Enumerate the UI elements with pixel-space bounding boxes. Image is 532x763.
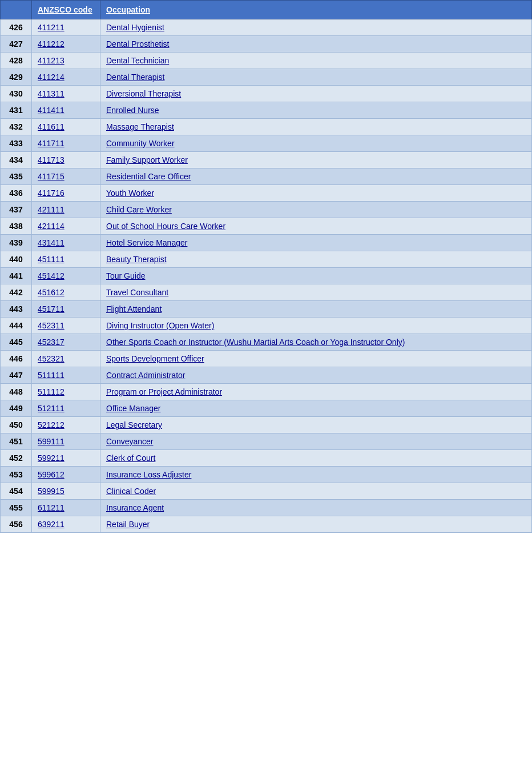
- occupation-name[interactable]: Youth Worker: [100, 185, 532, 202]
- anzsco-code[interactable]: 599211: [32, 450, 100, 467]
- occupation-name[interactable]: Diving Instructor (Open Water): [100, 318, 532, 334]
- occupation-link[interactable]: Contract Administrator: [106, 371, 186, 380]
- occupation-link[interactable]: Office Manager: [106, 404, 160, 413]
- anzsco-code-link[interactable]: 411716: [38, 188, 65, 198]
- anzsco-code[interactable]: 421114: [32, 218, 100, 235]
- anzsco-code-link[interactable]: 451711: [38, 304, 65, 314]
- occupation-name[interactable]: Clinical Coder: [100, 483, 532, 500]
- occupation-link[interactable]: Clinical Coder: [106, 487, 156, 496]
- anzsco-code-link[interactable]: 452311: [38, 321, 65, 330]
- occupation-link[interactable]: Diving Instructor (Open Water): [106, 321, 214, 330]
- anzsco-code-link[interactable]: 451111: [38, 255, 65, 264]
- occupation-name[interactable]: Program or Project Administrator: [100, 384, 532, 400]
- occupation-link[interactable]: Legal Secretary: [106, 420, 162, 429]
- occupation-link[interactable]: Clerk of Court: [106, 453, 155, 463]
- occupation-link[interactable]: Youth Worker: [106, 188, 154, 198]
- occupation-link[interactable]: Enrolled Nurse: [106, 106, 159, 115]
- occupation-link[interactable]: Dental Hygienist: [106, 23, 164, 32]
- occupation-name[interactable]: Beauty Therapist: [100, 251, 532, 268]
- anzsco-code[interactable]: 511111: [32, 367, 100, 384]
- anzsco-code[interactable]: 451412: [32, 268, 100, 284]
- occupation-name[interactable]: Insurance Loss Adjuster: [100, 467, 532, 483]
- occupation-name[interactable]: Sports Development Officer: [100, 351, 532, 367]
- anzsco-code-link[interactable]: 411211: [38, 23, 65, 32]
- anzsco-code-link[interactable]: 411713: [38, 155, 65, 164]
- occupation-name[interactable]: Tour Guide: [100, 268, 532, 284]
- anzsco-code-link[interactable]: 512111: [38, 404, 65, 413]
- occupation-name[interactable]: Family Support Worker: [100, 152, 532, 168]
- occupation-link[interactable]: Family Support Worker: [106, 155, 188, 164]
- occupation-link[interactable]: Massage Therapist: [106, 122, 174, 131]
- occupation-name[interactable]: Residential Care Officer: [100, 168, 532, 185]
- header-occupation[interactable]: Occupation: [100, 1, 532, 19]
- anzsco-code-link[interactable]: 411715: [38, 172, 65, 181]
- anzsco-code[interactable]: 452317: [32, 334, 100, 351]
- occupation-link[interactable]: Other Sports Coach or Instructor (Wushu …: [106, 338, 405, 347]
- anzsco-code[interactable]: 411713: [32, 152, 100, 168]
- occupation-name[interactable]: Insurance Agent: [100, 500, 532, 516]
- anzsco-code-link[interactable]: 599111: [38, 437, 65, 446]
- anzsco-code-link[interactable]: 411213: [38, 56, 65, 65]
- anzsco-code[interactable]: 451111: [32, 251, 100, 268]
- anzsco-code[interactable]: 452321: [32, 351, 100, 367]
- occupation-name[interactable]: Community Worker: [100, 135, 532, 152]
- anzsco-code[interactable]: 411311: [32, 86, 100, 102]
- occupation-name[interactable]: Dental Therapist: [100, 69, 532, 86]
- occupation-name[interactable]: Out of School Hours Care Worker: [100, 218, 532, 235]
- anzsco-code-link[interactable]: 511111: [38, 371, 65, 380]
- occupation-header-link[interactable]: Occupation: [106, 5, 150, 14]
- occupation-name[interactable]: Flight Attendant: [100, 301, 532, 318]
- anzsco-code[interactable]: 599915: [32, 483, 100, 500]
- anzsco-code[interactable]: 411211: [32, 19, 100, 36]
- occupation-name[interactable]: Hotel Service Manager: [100, 235, 532, 251]
- occupation-link[interactable]: Flight Attendant: [106, 304, 162, 314]
- anzsco-code[interactable]: 411711: [32, 135, 100, 152]
- occupation-link[interactable]: Out of School Hours Care Worker: [106, 222, 225, 231]
- anzsco-code-link[interactable]: 611211: [38, 503, 65, 512]
- occupation-name[interactable]: Dental Prosthetist: [100, 36, 532, 53]
- anzsco-code[interactable]: 421111: [32, 202, 100, 218]
- anzsco-code[interactable]: 451612: [32, 284, 100, 301]
- occupation-name[interactable]: Legal Secretary: [100, 417, 532, 433]
- occupation-name[interactable]: Enrolled Nurse: [100, 102, 532, 119]
- occupation-name[interactable]: Contract Administrator: [100, 367, 532, 384]
- anzsco-code[interactable]: 511112: [32, 384, 100, 400]
- anzsco-code-link[interactable]: 452317: [38, 338, 65, 347]
- header-anzsco[interactable]: ANZSCO code: [32, 1, 100, 19]
- anzsco-code-link[interactable]: 451612: [38, 288, 65, 297]
- occupation-name[interactable]: Office Manager: [100, 400, 532, 417]
- anzsco-code-link[interactable]: 421114: [38, 222, 65, 231]
- occupation-name[interactable]: Conveyancer: [100, 433, 532, 450]
- anzsco-code-link[interactable]: 411711: [38, 139, 65, 148]
- anzsco-code-link[interactable]: 411311: [38, 89, 65, 98]
- occupation-link[interactable]: Travel Consultant: [106, 288, 168, 297]
- anzsco-code-link[interactable]: 451412: [38, 271, 65, 280]
- anzsco-code[interactable]: 411214: [32, 69, 100, 86]
- anzsco-code-link[interactable]: 599612: [38, 470, 65, 479]
- occupation-link[interactable]: Program or Project Administrator: [106, 387, 222, 396]
- occupation-name[interactable]: Dental Hygienist: [100, 19, 532, 36]
- occupation-link[interactable]: Dental Therapist: [106, 73, 164, 82]
- occupation-link[interactable]: Sports Development Officer: [106, 354, 204, 363]
- occupation-link[interactable]: Child Care Worker: [106, 205, 172, 214]
- anzsco-header-link[interactable]: ANZSCO code: [38, 5, 92, 14]
- anzsco-code-link[interactable]: 639211: [38, 520, 65, 529]
- occupation-name[interactable]: Dental Technician: [100, 53, 532, 69]
- anzsco-code[interactable]: 411611: [32, 119, 100, 135]
- occupation-name[interactable]: Clerk of Court: [100, 450, 532, 467]
- occupation-link[interactable]: Hotel Service Manager: [106, 238, 187, 247]
- occupation-name[interactable]: Retail Buyer: [100, 516, 532, 533]
- anzsco-code[interactable]: 599612: [32, 467, 100, 483]
- anzsco-code[interactable]: 431411: [32, 235, 100, 251]
- occupation-name[interactable]: Travel Consultant: [100, 284, 532, 301]
- anzsco-code-link[interactable]: 411214: [38, 73, 65, 82]
- anzsco-code[interactable]: 611211: [32, 500, 100, 516]
- occupation-name[interactable]: Other Sports Coach or Instructor (Wushu …: [100, 334, 532, 351]
- anzsco-code-link[interactable]: 411611: [38, 122, 65, 131]
- anzsco-code-link[interactable]: 431411: [38, 238, 65, 247]
- occupation-link[interactable]: Dental Technician: [106, 56, 169, 65]
- anzsco-code[interactable]: 521212: [32, 417, 100, 433]
- occupation-name[interactable]: Child Care Worker: [100, 202, 532, 218]
- anzsco-code[interactable]: 639211: [32, 516, 100, 533]
- occupation-link[interactable]: Beauty Therapist: [106, 255, 167, 264]
